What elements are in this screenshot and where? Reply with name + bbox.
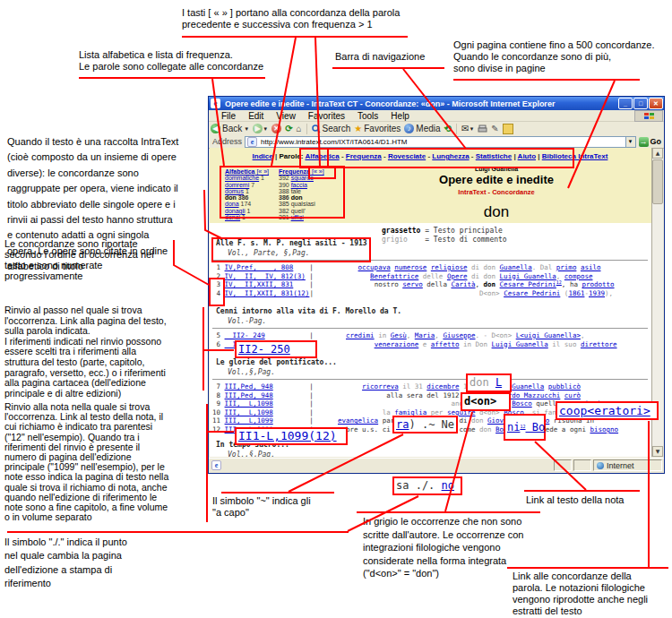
text-link[interactable]: 12 [520, 424, 525, 429]
text-link[interactable]: religiose [431, 263, 468, 271]
text-link[interactable]: dicembre [426, 382, 459, 391]
scroll-down-icon[interactable]: ▼ [652, 446, 663, 457]
passage-ref-link[interactable]: III, L,1098 [225, 399, 273, 408]
text-link[interactable]: no [442, 479, 454, 492]
text-link[interactable]: Opere [447, 272, 468, 280]
text-link[interactable]: Bosco [512, 399, 532, 408]
text-link[interactable]: asilo [581, 263, 601, 271]
media-button[interactable]: ♪ Media [404, 124, 440, 133]
text-link[interactable]: Guanella [512, 382, 544, 391]
passage-ref-link[interactable]: III, L,1098 [225, 408, 273, 416]
menu-item-tools[interactable]: Tools [351, 111, 384, 121]
callout-ref-1099-note: II1-L,1099(12) [235, 427, 348, 445]
edit-button[interactable]: ✎ [491, 124, 498, 133]
text-link[interactable]: prodotto [582, 280, 614, 288]
discuss-button[interactable] [503, 124, 513, 134]
concordance-row: 4 IV, II,XXII, 831(12)| D<on> Cesare Ped… [212, 289, 648, 298]
text-link[interactable]: Cesare Pedrini [504, 289, 560, 297]
passage-ref-link[interactable]: IV, II,XXII, 831 [225, 280, 294, 288]
text-link[interactable]: compose [564, 272, 593, 280]
go-button[interactable]: → Go [639, 137, 662, 147]
passage-ref-link[interactable]: III,Ped, 948 [225, 391, 273, 399]
concordance-row: 3 IV, II,XXII, 831 | nostro servo della … [212, 280, 648, 289]
search-button[interactable]: Search [312, 124, 351, 133]
menu-item-view[interactable]: View [270, 111, 302, 121]
text-link[interactable]: direttore [581, 340, 617, 348]
passage-ref-link[interactable]: III, L,1099 [225, 416, 273, 425]
text-link[interactable]: curò [564, 391, 581, 399]
menu-item-favorites[interactable]: Favorites [302, 111, 351, 121]
refresh-button[interactable]: ⟳ [285, 124, 292, 133]
text-link[interactable]: Cesare Pedrini [500, 280, 556, 288]
text-link[interactable]: II2- 250 [238, 343, 290, 356]
passage-ref-link[interactable]: III,Ped, 948 [225, 382, 273, 391]
text-link[interactable]: Benefattrice [370, 272, 418, 280]
text-link[interactable]: bisogno [590, 425, 618, 433]
print-button[interactable] [478, 124, 487, 133]
section-title: Le glorie del pontificato... [212, 358, 648, 366]
address-input[interactable]: e http://www.intratext.com/IXT/ITA0614/D… [245, 136, 635, 148]
text-link[interactable]: 1861 [568, 289, 584, 297]
page-icon: e [247, 137, 257, 147]
menu-item-file[interactable]: File [215, 111, 242, 121]
text-segment: , [407, 331, 415, 339]
section-ref-format: Vol.-Pag. [212, 317, 648, 325]
mail-button[interactable]: ✉▼ [461, 124, 474, 133]
discuss-icon [503, 124, 513, 134]
text-link[interactable]: 1939 [589, 289, 605, 297]
text-link[interactable]: II1-L,1099(12) [238, 429, 337, 442]
home-button[interactable]: ⌂ [297, 124, 302, 133]
callout-pagebreak-example: sa ./. no [392, 476, 462, 495]
close-button[interactable]: ✕ [649, 98, 663, 109]
text-segment: di don [467, 272, 499, 280]
passage-ref-link[interactable]: IV,Pref, , 808 [225, 263, 294, 271]
minimize-button[interactable]: _ [618, 98, 633, 109]
text-link[interactable]: ra [396, 418, 409, 431]
text-link[interactable]: ni [507, 421, 520, 433]
text-link[interactable]: Giuseppe [443, 331, 475, 339]
text-link[interactable]: Indice [253, 152, 273, 160]
text-link[interactable]: occupava [358, 263, 391, 271]
text-segment: alla sera del 1912 [386, 391, 463, 399]
annotation-nav-bar: Barra di navigazione [335, 51, 461, 63]
menu-item-edit[interactable]: Edit [242, 111, 270, 121]
text-link[interactable]: Luigi Guanella [492, 340, 548, 348]
text-link[interactable]: Carità [451, 280, 475, 288]
text-link[interactable]: venerazione [375, 340, 419, 348]
stop-button[interactable]: ✕ [271, 124, 281, 133]
scrollbar-thumb[interactable] [652, 159, 663, 204]
status-zone: Internet [607, 461, 634, 470]
text-link[interactable]: numerose [394, 263, 426, 271]
passage-ref-link[interactable]: IV, II, IV, 812(3) [225, 272, 306, 280]
text-link[interactable]: coop<eratori> [559, 404, 650, 417]
callout-tilde-example: ra) .~ Ne [392, 416, 458, 433]
text-link[interactable]: evangelica [338, 416, 378, 425]
text-segment: D<on> [479, 289, 504, 297]
address-dropdown-icon[interactable]: ▼ [625, 137, 635, 147]
text-link[interactable]: L [495, 376, 502, 389]
forward-button[interactable]: ▶ ▼ [253, 124, 268, 133]
favorites-button[interactable]: ★ Favorites [354, 124, 401, 133]
maximize-button[interactable]: □ [633, 98, 648, 109]
text-link[interactable]: credimi [346, 331, 375, 339]
menu-item-help[interactable]: Help [384, 111, 416, 121]
text-link[interactable]: affetto [431, 340, 460, 348]
concordance-row: 7 III,Ped, 948 | ricorreva il 31 dicembr… [212, 382, 648, 391]
text-link[interactable]: servo [402, 280, 423, 288]
text-link[interactable]: Gesù [391, 331, 407, 339]
text-link[interactable]: ricorreva [362, 382, 399, 391]
text-link[interactable]: primo [556, 263, 577, 271]
passage-ref-link[interactable]: IV, II,XXII, 831(12) [225, 289, 310, 297]
text-link[interactable]: Maria [415, 331, 435, 339]
text-link[interactable]: 12 [556, 279, 562, 285]
history-button[interactable]: ⟲ [444, 124, 452, 133]
text-link[interactable]: L<uigi Guanella> [516, 331, 581, 339]
text-link[interactable]: Luigi Guanella [500, 272, 556, 280]
scroll-up-icon[interactable]: ▲ [652, 148, 663, 159]
title-bar[interactable]: e Opere edite e inedite - IntraText CT -… [209, 97, 664, 110]
back-button[interactable]: ◀ Back▼ [211, 124, 249, 133]
text-link[interactable]: pubblicò [548, 382, 581, 391]
text-link[interactable]: Bo [525, 421, 545, 433]
text-link[interactable]: Guanella [500, 263, 532, 271]
passage-ref-link[interactable]: II2- 249 [225, 331, 265, 339]
